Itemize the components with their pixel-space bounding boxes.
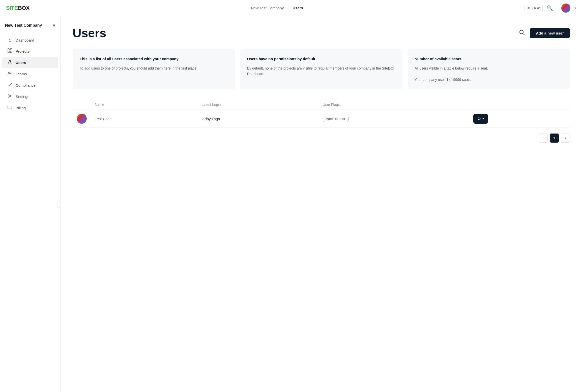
company-header: New Test Company ∨ [0,21,60,33]
sidebar-item-compliance[interactable]: Compliance [2,80,58,91]
breadcrumb-company[interactable]: New Test Company [251,6,284,10]
kbd-cmd: ⌘ [527,6,530,10]
col-avatar [73,100,91,110]
user-login-cell: 2 days ago [197,110,318,127]
kbd-or: or [537,6,540,10]
col-name: Name [91,100,197,110]
info-card-permissions-title: Users have no permissions by default [247,56,395,61]
user-avatar-cell [73,110,91,127]
projects-icon [7,48,13,54]
user-menu-chevron-icon[interactable]: ▾ [574,6,576,10]
logo-box: BOX [18,5,30,11]
user-flags-cell: Administrator [319,110,469,127]
global-search-icon[interactable]: 🔍 [547,5,553,11]
svg-point-4 [9,60,11,62]
pagination-prev-button[interactable]: ‹ [539,134,548,143]
layout: New Test Company ∨ ⌂ Dashboard Projects [0,16,582,392]
info-cards: This is a list of all users associated w… [73,49,570,89]
sidebar-nav: ⌂ Dashboard Projects Users [0,35,60,113]
info-card-users-list-title: This is a list of all users associated w… [80,56,228,61]
info-card-users-list-body: To add users to one of projects, you sho… [80,66,228,71]
billing-icon [7,105,13,111]
svg-rect-1 [10,49,12,50]
sidebar-label-compliance: Compliance [16,83,36,87]
logo-site: SITE [6,5,18,11]
company-dropdown-chevron-icon[interactable]: ∨ [53,23,55,27]
nav-divider [557,5,557,12]
keyboard-shortcut: ⌘ + K or [525,5,543,11]
nav-right: ⌘ + K or 🔍 ▾ [525,4,576,13]
sidebar-label-teams: Teams [16,72,27,76]
teams-icon [7,71,13,77]
svg-rect-2 [8,51,9,53]
sidebar-label-settings: Settings [16,94,29,99]
sidebar-company-name: New Test Company [5,23,42,28]
svg-point-8 [9,95,11,97]
compliance-icon [7,82,13,88]
kbd-plus: + [531,6,533,10]
top-nav: SITEBOX New Test Company → Users ⌘ + K o… [0,0,582,16]
sidebar-item-settings[interactable]: Settings [2,91,58,102]
sidebar-item-billing[interactable]: Billing [2,103,58,113]
col-actions [469,100,570,110]
sidebar-item-users[interactable]: Users [2,57,58,68]
svg-point-6 [10,72,11,73]
main-content: Users Add a new user This is a list of a… [61,16,582,392]
sidebar-item-teams[interactable]: Teams [2,69,58,79]
users-table: Name Latest Login User Flags Test User 2… [73,100,570,127]
user-avatar [77,114,87,124]
sidebar-label-projects: Projects [16,49,29,53]
user-avatar-nav[interactable] [561,4,570,13]
svg-line-13 [523,34,525,35]
svg-rect-3 [10,51,12,53]
kbd-key: K [534,6,536,10]
page-title: Users [73,26,106,40]
admin-badge: Administrator [323,116,349,122]
page-header: Users Add a new user [73,26,570,40]
breadcrumb: New Test Company → Users [251,6,303,10]
avatar-image [561,4,570,13]
add-user-button[interactable]: Add a new user [530,28,570,38]
sidebar-label-dashboard: Dashboard [16,38,34,42]
settings-icon [7,94,13,100]
sidebar-label-users: Users [16,60,26,65]
header-actions: Add a new user [518,28,570,38]
breadcrumb-current: Users [293,6,303,10]
col-flags: User Flags [319,100,469,110]
info-card-permissions-body: By default, none of the projects are vis… [247,66,395,77]
action-chevron-icon: ▾ [482,117,484,120]
sidebar: New Test Company ∨ ⌂ Dashboard Projects [0,16,61,392]
sidebar-item-dashboard[interactable]: ⌂ Dashboard [2,35,58,45]
user-actions-cell: ⚙ ▾ [469,110,570,127]
col-login: Latest Login [197,100,318,110]
info-card-users-list: This is a list of all users associated w… [73,49,235,89]
gear-icon: ⚙ [477,116,481,121]
svg-point-12 [520,30,523,34]
pagination-page-1-button[interactable]: 1 [550,134,559,143]
table-header-row: Name Latest Login User Flags [73,100,570,110]
info-card-seats-title: Number of available seats [415,56,563,61]
pagination-next-button[interactable]: › [561,134,570,143]
home-icon: ⌂ [7,38,13,43]
svg-rect-9 [8,106,12,109]
info-card-seats-body1: All users visible in a table below requi… [415,66,563,82]
user-name-cell: Test User [91,110,197,127]
sidebar-item-projects[interactable]: Projects [2,46,58,57]
sidebar-collapse-button[interactable]: ‹ [57,201,61,208]
logo: SITEBOX [6,5,30,11]
pagination: ‹ 1 › [73,134,570,143]
info-card-seats: Number of available seats All users visi… [408,49,570,89]
info-card-permissions: Users have no permissions by default By … [240,49,402,89]
table-row: Test User 2 days ago Administrator ⚙ ▾ [73,110,570,127]
svg-point-5 [9,72,10,73]
search-button[interactable] [518,29,526,38]
breadcrumb-arrow: → [286,6,290,10]
svg-rect-0 [8,49,9,50]
users-icon [7,60,13,66]
user-action-button[interactable]: ⚙ ▾ [473,114,488,124]
sidebar-label-billing: Billing [16,106,26,110]
